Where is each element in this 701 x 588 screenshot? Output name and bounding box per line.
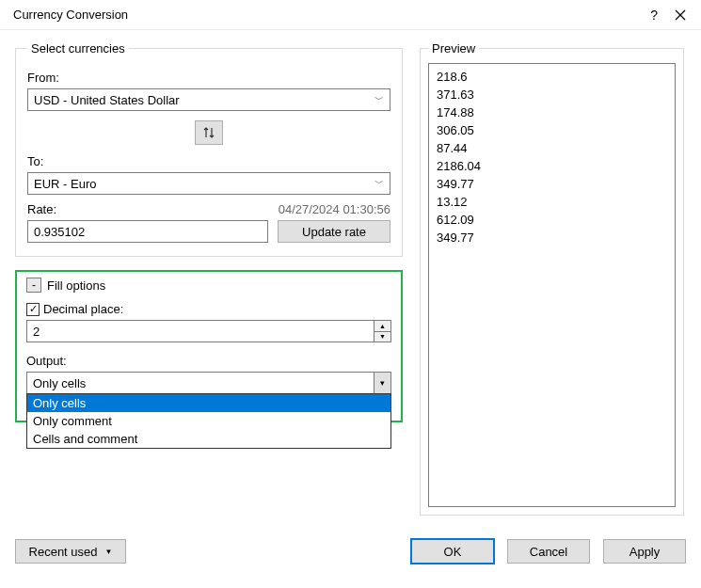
preview-value: 349.77 [437, 229, 667, 246]
chevron-down-icon: ▼ [105, 548, 113, 556]
select-currencies-legend: Select currencies [27, 41, 129, 56]
preview-value: 218.6 [437, 68, 667, 86]
decimal-place-checkbox[interactable]: ✓ [26, 303, 40, 316]
preview-value: 87.44 [437, 139, 667, 157]
decimal-place-spinner[interactable]: 2 ▲ ▼ [26, 320, 391, 342]
apply-button[interactable]: Apply [603, 539, 686, 564]
to-currency-value: EUR - Euro [34, 177, 374, 191]
output-select[interactable]: Only cells ▾ [26, 372, 391, 394]
close-icon [675, 9, 686, 21]
cancel-button[interactable]: Cancel [507, 539, 590, 564]
ok-button[interactable]: OK [411, 539, 494, 564]
output-selected-value: Only cells [27, 376, 374, 390]
preview-list: 218.6 371.63 174.88 306.05 87.44 2186.04… [428, 63, 676, 507]
help-button[interactable]: ? [637, 8, 671, 23]
rate-input[interactable]: 0.935102 [27, 220, 268, 243]
fill-options-legend: Fill options [47, 278, 105, 293]
output-option[interactable]: Cells and comment [27, 430, 390, 448]
preview-value: 13.12 [437, 193, 667, 211]
fill-options-group: - Fill options ✓ Decimal place: 2 ▲ ▼ Ou… [15, 270, 403, 422]
preview-value: 174.88 [437, 103, 667, 121]
preview-value: 2186.04 [437, 157, 667, 175]
preview-legend: Preview [428, 41, 479, 56]
swap-icon [201, 125, 216, 140]
dropdown-button[interactable]: ▾ [374, 373, 390, 393]
rate-value: 0.935102 [34, 225, 85, 239]
spinner-up-button[interactable]: ▲ [374, 321, 390, 332]
decimal-place-value: 2 [27, 321, 374, 342]
preview-value: 371.63 [437, 86, 667, 103]
output-label: Output: [26, 354, 391, 368]
window-title: Currency Conversion [13, 8, 637, 22]
from-label: From: [27, 71, 390, 85]
preview-value: 306.05 [437, 121, 667, 139]
chevron-down-icon: ﹀ [374, 177, 384, 190]
recent-used-button[interactable]: Recent used ▼ [15, 539, 126, 564]
decimal-place-label: Decimal place: [43, 302, 123, 316]
select-currencies-group: Select currencies From: USD - United Sta… [15, 41, 403, 257]
collapse-button[interactable]: - [26, 278, 41, 293]
swap-currencies-button[interactable] [195, 120, 223, 145]
dialog-footer: Recent used ▼ OK Cancel Apply [0, 532, 701, 575]
output-option[interactable]: Only comment [27, 412, 390, 430]
from-currency-select[interactable]: USD - United States Dollar ﹀ [27, 88, 390, 111]
update-rate-button[interactable]: Update rate [278, 220, 390, 243]
close-button[interactable] [671, 9, 690, 21]
from-currency-value: USD - United States Dollar [34, 93, 374, 107]
rate-label: Rate: [27, 202, 56, 216]
chevron-down-icon: ﹀ [374, 93, 384, 106]
preview-group: Preview 218.6 371.63 174.88 306.05 87.44… [420, 41, 684, 516]
rate-timestamp: 04/27/2024 01:30:56 [279, 202, 390, 216]
chevron-down-icon: ▾ [380, 378, 385, 388]
preview-value: 612.09 [437, 211, 667, 229]
to-label: To: [27, 154, 390, 168]
spinner-down-button[interactable]: ▼ [374, 332, 390, 342]
output-dropdown-panel: Only cells Only comment Cells and commen… [26, 393, 391, 449]
preview-value: 349.77 [437, 175, 667, 193]
to-currency-select[interactable]: EUR - Euro ﹀ [27, 172, 390, 195]
title-bar: Currency Conversion ? [0, 0, 701, 30]
output-option[interactable]: Only cells [27, 394, 390, 412]
